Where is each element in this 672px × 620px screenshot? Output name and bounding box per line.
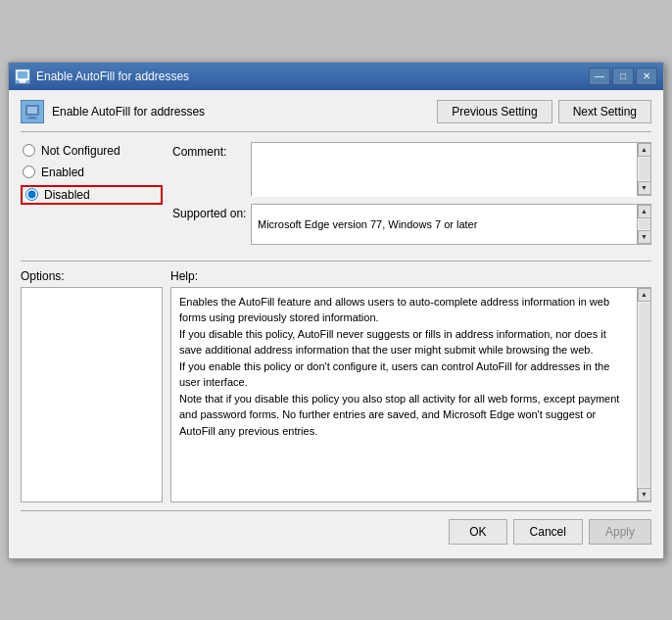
not-configured-label: Not Configured — [41, 144, 120, 158]
header-left: Enable AutoFill for addresses — [21, 100, 205, 123]
not-configured-radio[interactable] — [23, 144, 35, 157]
supported-section: Supported on: Microsoft Edge version 77,… — [172, 204, 651, 245]
help-scroll-thumb — [639, 303, 650, 487]
title-bar: Enable AutoFill for addresses — □ ✕ — [9, 63, 663, 90]
supported-value: Microsoft Edge version 77, Windows 7 or … — [252, 205, 650, 244]
close-button[interactable]: ✕ — [636, 68, 657, 85]
comment-label: Comment: — [172, 142, 251, 159]
window-icon — [15, 69, 30, 84]
disabled-label: Disabled — [44, 188, 90, 202]
comment-outer: ▲ ▼ — [251, 142, 651, 196]
help-outer: Enables the AutoFill feature and allows … — [170, 287, 651, 502]
supported-scroll-up[interactable]: ▲ — [638, 205, 651, 218]
radio-group: Not Configured Enabled Disabled — [21, 142, 163, 205]
disabled-radio[interactable] — [25, 188, 38, 201]
help-scroll-up[interactable]: ▲ — [638, 288, 651, 302]
window-content: Enable AutoFill for addresses Previous S… — [9, 90, 663, 558]
main-body: Not Configured Enabled Disabled Comm — [21, 142, 651, 253]
comment-scroll-down[interactable]: ▼ — [638, 181, 651, 195]
disabled-option: Disabled — [21, 185, 163, 205]
title-bar-controls: — □ ✕ — [589, 68, 657, 85]
right-panel: Comment: ▲ ▼ Supported on: Microsof — [172, 142, 651, 253]
header-section: Enable AutoFill for addresses Previous S… — [21, 100, 651, 132]
help-header: Help: — [170, 269, 651, 283]
maximize-button[interactable]: □ — [612, 68, 634, 85]
comment-scroll-thumb — [639, 158, 650, 180]
comment-section: Comment: ▲ ▼ — [172, 142, 651, 196]
bottom-section: Options: Help: Enables the AutoFill feat… — [21, 269, 651, 502]
ok-button[interactable]: OK — [449, 519, 506, 545]
enabled-label: Enabled — [41, 166, 84, 179]
supported-label: Supported on: — [172, 204, 251, 220]
left-panel: Not Configured Enabled Disabled — [21, 142, 172, 253]
previous-setting-button[interactable]: Previous Setting — [437, 100, 552, 123]
footer: OK Cancel Apply — [21, 510, 651, 548]
help-para-1: Enables the AutoFill feature and allows … — [179, 294, 629, 326]
help-content: Enables the AutoFill feature and allows … — [171, 288, 637, 501]
not-configured-option: Not Configured — [21, 142, 163, 160]
help-scroll-down[interactable]: ▼ — [638, 488, 651, 501]
title-bar-title: Enable AutoFill for addresses — [36, 70, 189, 83]
options-box — [21, 287, 163, 502]
next-setting-button[interactable]: Next Setting — [558, 100, 651, 123]
main-window: Enable AutoFill for addresses — □ ✕ Enab — [8, 62, 664, 559]
supported-scroll-thumb — [639, 219, 650, 229]
supported-scrollbar: ▲ ▼ — [637, 205, 650, 244]
title-bar-left: Enable AutoFill for addresses — [15, 69, 189, 84]
minimize-button[interactable]: — — [589, 68, 610, 85]
comment-scrollbar: ▲ ▼ — [637, 143, 650, 195]
options-panel: Options: — [21, 269, 163, 502]
supported-outer: Microsoft Edge version 77, Windows 7 or … — [251, 204, 651, 245]
svg-rect-6 — [27, 118, 37, 119]
header-title: Enable AutoFill for addresses — [52, 105, 205, 119]
divider — [21, 261, 651, 262]
supported-scroll-down[interactable]: ▼ — [638, 230, 651, 244]
policy-icon — [21, 100, 44, 123]
help-para-2: If you disable this policy, AutoFill nev… — [179, 326, 629, 358]
cancel-button[interactable]: Cancel — [513, 519, 583, 545]
comment-textarea[interactable] — [252, 143, 637, 197]
comment-scroll-up[interactable]: ▲ — [638, 143, 651, 157]
apply-button[interactable]: Apply — [589, 519, 651, 545]
help-scrollbar: ▲ ▼ — [637, 288, 650, 501]
options-header: Options: — [21, 269, 163, 283]
enabled-option: Enabled — [21, 164, 163, 181]
header-buttons: Previous Setting Next Setting — [437, 100, 651, 123]
enabled-radio[interactable] — [23, 166, 35, 178]
svg-rect-4 — [27, 107, 37, 114]
svg-rect-1 — [19, 79, 26, 81]
help-para-3: If you enable this policy or don't confi… — [179, 358, 629, 391]
help-para-4: Note that if you disable this policy you… — [179, 391, 629, 440]
help-panel: Help: Enables the AutoFill feature and a… — [170, 269, 651, 502]
svg-rect-0 — [17, 71, 28, 79]
